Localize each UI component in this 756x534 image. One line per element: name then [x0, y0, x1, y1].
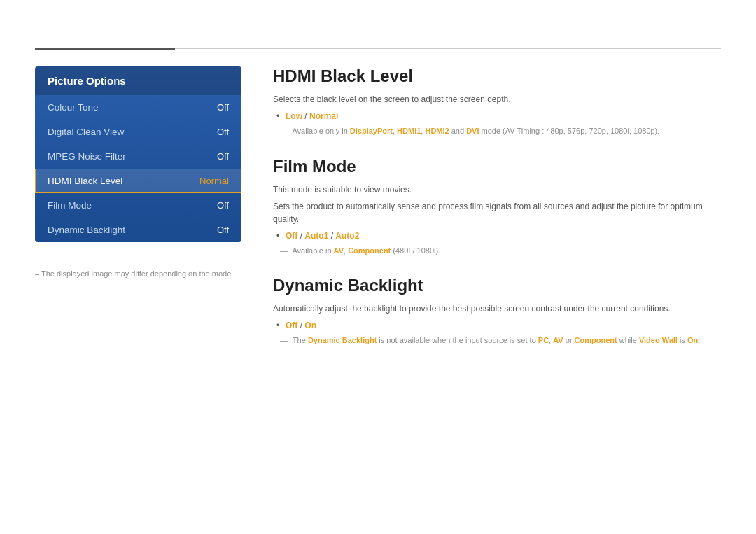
sidebar-item-digital-clean-view[interactable]: Digital Clean View Off [35, 120, 241, 144]
dynamic-backlight-title: Dynamic Backlight [273, 276, 721, 295]
sidebar-item-value: Off [217, 151, 229, 162]
sidebar-title: Picture Options [35, 66, 241, 95]
film-note-prefix: Available in [292, 246, 333, 255]
film-option-auto2: Auto2 [335, 231, 359, 241]
film-note-av: AV [334, 246, 344, 255]
sidebar: Picture Options Colour Tone Off Digital … [35, 66, 241, 242]
dynamic-backlight-options: Off / On [286, 319, 721, 332]
note-displayport: DisplayPort [350, 127, 393, 135]
hdmi-separator-1: / [302, 111, 309, 121]
film-note-component: Component [348, 246, 391, 255]
hdmi-option-low: Low [286, 111, 302, 121]
sidebar-item-label: MPEG Noise Filter [48, 151, 126, 162]
sidebar-item-value: Off [217, 225, 229, 235]
db-note-while: while [617, 336, 639, 344]
db-note-pc: PC [538, 336, 549, 344]
top-line-dark [35, 48, 175, 50]
hdmi-black-level-desc: Selects the black level on the screen to… [273, 93, 721, 106]
film-option-off: Off [286, 231, 298, 241]
sidebar-item-dynamic-backlight[interactable]: Dynamic Backlight Off [35, 218, 241, 242]
db-note-component: Component [575, 336, 617, 344]
sidebar-item-label: Colour Tone [48, 102, 99, 113]
sidebar-item-hdmi-black-level[interactable]: HDMI Black Level Normal [35, 169, 241, 193]
section-film-mode: Film Mode This mode is suitable to view … [273, 157, 721, 257]
sidebar-item-label: Film Mode [48, 200, 92, 211]
sidebar-note: – The displayed image may differ dependi… [35, 269, 235, 278]
film-mode-options: Off / Auto1 / Auto2 [286, 230, 721, 242]
film-option-auto1: Auto1 [304, 231, 328, 241]
db-note-is: is [678, 336, 687, 344]
note-suffix: mode (AV Timing : 480p, 576p, 720p, 1080… [479, 127, 659, 135]
sidebar-item-film-mode[interactable]: Film Mode Off [35, 193, 241, 218]
db-note-period: . [698, 336, 700, 344]
note-hdmi1: HDMI1 [397, 127, 421, 135]
db-note-av: AV [553, 336, 563, 344]
main-content: HDMI Black Level Selects the black level… [273, 66, 721, 366]
db-sep: / [298, 321, 304, 330]
db-note-on: On [687, 336, 698, 344]
note-and: and [449, 127, 466, 135]
dynamic-backlight-note: The Dynamic Backlight is not available w… [280, 335, 721, 346]
sidebar-item-value: Off [217, 200, 229, 211]
hdmi-black-level-title: HDMI Black Level [273, 66, 721, 86]
db-note-mid: is not available when the input source i… [377, 336, 538, 344]
sidebar-item-value: Normal [200, 176, 229, 186]
sidebar-item-value: Off [217, 102, 229, 113]
film-sep-2: / [328, 231, 335, 241]
film-mode-note: Available in AV, Component (480I / 1080i… [280, 245, 721, 257]
top-line-light [175, 48, 721, 49]
dynamic-backlight-desc: Automatically adjust the backlight to pr… [273, 302, 721, 315]
hdmi-option-normal: Normal [309, 111, 338, 121]
sidebar-item-value: Off [217, 127, 229, 137]
note-dvi: DVI [466, 127, 479, 135]
section-hdmi-black-level: HDMI Black Level Selects the black level… [273, 66, 721, 137]
film-sep-1: / [298, 231, 304, 241]
film-note-suffix: (480I / 1080i). [391, 246, 440, 255]
db-option-off: Off [286, 321, 298, 330]
section-dynamic-backlight: Dynamic Backlight Automatically adjust t… [273, 276, 721, 346]
sidebar-item-mpeg-noise-filter[interactable]: MPEG Noise Filter Off [35, 144, 241, 169]
top-decorative-lines [35, 48, 721, 50]
hdmi-black-level-options: Low / Normal [286, 110, 721, 122]
db-note-dynamic-backlight: Dynamic Backlight [308, 336, 377, 344]
sidebar-item-label: Dynamic Backlight [48, 225, 125, 235]
film-mode-desc-1: This mode is suitable to view movies. [273, 183, 721, 196]
db-option-on: On [304, 321, 316, 330]
db-note-or: or [564, 336, 575, 344]
sidebar-item-colour-tone[interactable]: Colour Tone Off [35, 95, 241, 120]
hdmi-black-level-note: Available only in DisplayPort, HDMI1, HD… [280, 125, 721, 137]
sidebar-item-label: HDMI Black Level [48, 176, 122, 186]
note-hdmi2: HDMI2 [425, 127, 449, 135]
note-prefix: Available only in [292, 127, 349, 135]
db-note-videowall: Video Wall [639, 336, 678, 344]
film-mode-desc-2: Sets the product to automatically sense … [273, 200, 721, 225]
db-note-prefix: The [293, 336, 308, 344]
film-mode-title: Film Mode [273, 157, 721, 176]
sidebar-item-label: Digital Clean View [48, 127, 124, 137]
